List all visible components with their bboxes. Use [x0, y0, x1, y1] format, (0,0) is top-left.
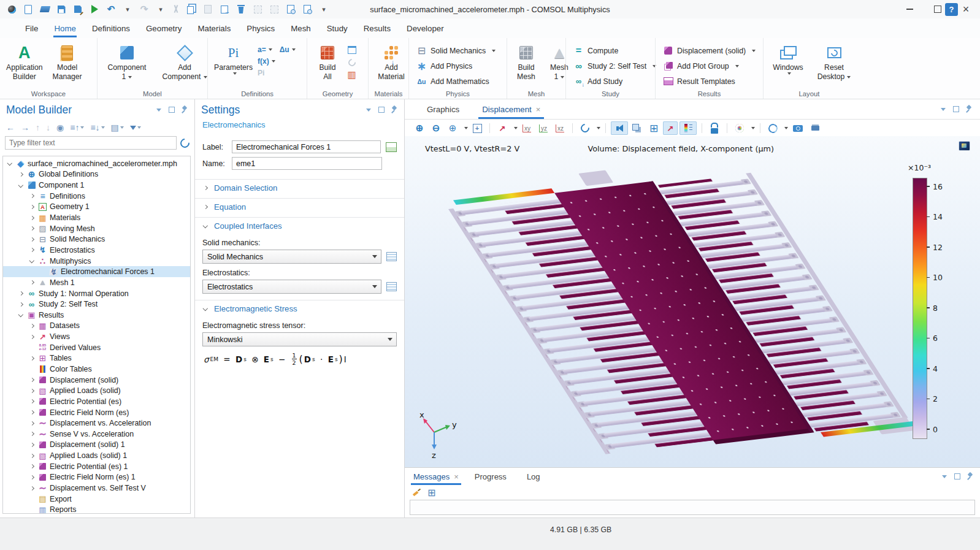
tree-expand-icon[interactable]: [29, 246, 36, 253]
refresh-icon[interactable]: [178, 136, 191, 149]
tree-expand-icon[interactable]: [29, 376, 36, 383]
electrostatics-select[interactable]: Electrostatics: [202, 280, 381, 294]
tab-close-icon[interactable]: ×: [454, 472, 459, 481]
ribbon-row-button[interactable]: Add Physics: [413, 59, 499, 73]
tree-row[interactable]: Moving Mesh: [3, 223, 190, 234]
virtual-operations-icon[interactable]: [346, 69, 357, 80]
label-field[interactable]: [232, 140, 381, 153]
go-to-source-icon[interactable]: [386, 252, 397, 261]
expand-all-icon[interactable]: ≡↓: [90, 123, 104, 132]
grid-icon[interactable]: [646, 121, 661, 135]
dropdown-caret-icon[interactable]: [464, 127, 468, 129]
ribbon-row-button[interactable]: Add Mathematics: [413, 74, 499, 88]
tree-row[interactable]: Reports: [3, 505, 190, 514]
tree-row[interactable]: Multiphysics: [3, 256, 190, 267]
component-button[interactable]: Component1: [101, 41, 153, 89]
tree-filter-input[interactable]: [5, 136, 177, 150]
tree-expand-icon[interactable]: [29, 463, 36, 470]
menu-tab[interactable]: Physics: [239, 18, 283, 38]
panel-pin-icon[interactable]: [181, 106, 188, 113]
add-component-button[interactable]: AddComponent: [155, 41, 214, 89]
tree-expand-icon[interactable]: [29, 420, 36, 427]
menu-tab[interactable]: Developer: [399, 18, 452, 38]
ribbon-row-button[interactable]: Add Plot Group: [659, 59, 759, 73]
tree-row[interactable]: Electric Field Norm (es): [3, 407, 190, 418]
panel-pin-icon[interactable]: [967, 473, 974, 480]
name-field[interactable]: [232, 157, 382, 170]
insert-sequence-icon[interactable]: [346, 45, 357, 55]
tree-expand-icon[interactable]: [18, 311, 25, 318]
node-columns-icon[interactable]: ▤: [111, 123, 124, 132]
tree-expand-icon[interactable]: [29, 365, 36, 372]
tree-expand-icon[interactable]: [29, 441, 36, 448]
menu-tab[interactable]: Materials: [189, 18, 239, 38]
tree-row[interactable]: Study 1: Normal Operation: [3, 288, 190, 299]
panel-menu-icon[interactable]: [365, 106, 372, 113]
tree-expand-icon[interactable]: [18, 301, 25, 308]
dropdown-caret-icon[interactable]: [597, 127, 600, 129]
section-equation[interactable]: Equation: [195, 198, 404, 215]
nonlocal-couplings-button[interactable]: Δu: [280, 45, 296, 55]
tree-expand-icon[interactable]: [29, 355, 36, 362]
clear-messages-icon[interactable]: [412, 488, 421, 497]
snapshot-icon[interactable]: [790, 121, 806, 135]
tree-expand-icon[interactable]: [18, 171, 25, 178]
transparency-icon[interactable]: [630, 121, 645, 135]
dropdown-caret-icon[interactable]: [784, 127, 788, 129]
panel-float-icon[interactable]: [952, 105, 960, 113]
minimize-button[interactable]: [895, 0, 924, 18]
section-electromagnetic-stress[interactable]: Electromagnetic Stress: [195, 300, 404, 316]
rotate-icon[interactable]: [578, 121, 592, 135]
menu-tab[interactable]: Mesh: [283, 18, 319, 38]
ribbon-row-button[interactable]: Result Templates: [659, 74, 759, 88]
messages-output[interactable]: [410, 500, 975, 515]
copy-icon[interactable]: [186, 4, 197, 15]
panel-pin-icon[interactable]: [391, 106, 398, 113]
tree-row[interactable]: Mesh 1: [3, 277, 190, 288]
messages-tab[interactable]: Progress: [475, 468, 511, 485]
tree-expand-icon[interactable]: [29, 474, 36, 481]
tree-row[interactable]: Displacement vs. Acceleration: [3, 418, 190, 429]
windows-button[interactable]: Windows: [767, 41, 809, 89]
menu-tab[interactable]: File: [17, 18, 46, 38]
redo-dropdown-icon[interactable]: [155, 4, 166, 15]
tree-row[interactable]: Tables: [3, 353, 190, 364]
save-icon[interactable]: [56, 4, 67, 15]
tree-expand-icon[interactable]: [29, 236, 36, 243]
lock-view-icon[interactable]: [707, 121, 722, 135]
tree-row[interactable]: Results: [3, 310, 190, 321]
go-to-source-icon[interactable]: [386, 282, 397, 291]
menu-tab[interactable]: Geometry: [138, 18, 189, 38]
menu-tab[interactable]: Definitions: [84, 18, 138, 38]
messages-tab[interactable]: Messages×: [413, 468, 459, 485]
panel-menu-icon[interactable]: [941, 473, 948, 480]
tree-expand-icon[interactable]: [29, 323, 36, 329]
print-icon[interactable]: [808, 121, 822, 135]
go-to-view-icon[interactable]: [495, 121, 510, 135]
ribbon-row-button[interactable]: Study 2: Self Test: [570, 59, 660, 73]
tree-expand-icon[interactable]: [29, 506, 36, 513]
menu-tab[interactable]: Home: [46, 18, 83, 38]
messages-tab[interactable]: Log: [527, 468, 545, 485]
view-xz-icon[interactable]: [553, 121, 567, 135]
tree-row[interactable]: Electrostatics: [3, 245, 190, 256]
tree-row[interactable]: Displacement vs. Self Test V: [3, 483, 190, 494]
run-icon[interactable]: [89, 4, 100, 15]
tree-expand-icon[interactable]: [29, 204, 36, 210]
tree-row[interactable]: surface_micromachined_accelerometer.mph: [3, 158, 190, 169]
panel-menu-icon[interactable]: [940, 105, 947, 113]
tree-row[interactable]: Component 1: [3, 180, 190, 191]
variables-button[interactable]: a=: [258, 45, 272, 55]
tree-expand-icon[interactable]: [7, 160, 13, 167]
tree-expand-icon[interactable]: [29, 215, 36, 221]
tree-row[interactable]: Definitions: [3, 191, 190, 202]
view-xy-icon[interactable]: [519, 121, 534, 135]
preview-selected-icon[interactable]: [302, 4, 313, 15]
scene-light-icon[interactable]: [611, 121, 628, 135]
tree-row[interactable]: Applied Loads (solid): [3, 385, 190, 396]
collapse-all-icon[interactable]: ≡↑: [70, 123, 84, 132]
panel-float-icon[interactable]: [954, 473, 961, 480]
view-yz-icon[interactable]: [536, 121, 551, 135]
panel-pin-icon[interactable]: [965, 105, 973, 113]
stress-tensor-select[interactable]: Minkowski: [202, 332, 397, 346]
